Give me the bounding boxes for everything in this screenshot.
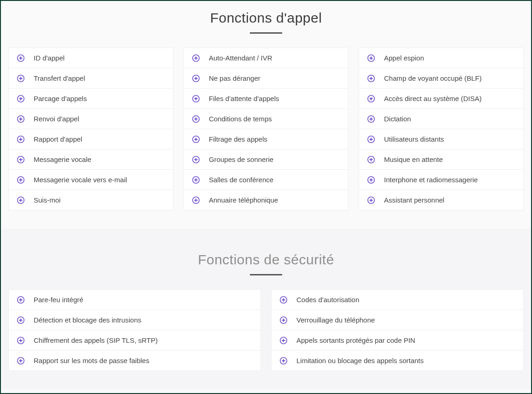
feature-label: Messagerie vocale vers e-mail	[34, 176, 127, 184]
feature-item[interactable]: Salles de conférence	[183, 170, 349, 190]
svg-rect-71	[369, 200, 373, 201]
feature-label: Champ de voyant occupé (BLF)	[384, 74, 482, 82]
plus-circle-icon	[280, 357, 287, 364]
plus-circle-icon	[192, 95, 200, 102]
feature-label: Accès direct au système (DISA)	[384, 95, 482, 102]
svg-rect-89	[282, 320, 285, 321]
feature-item[interactable]: Rapport d'appel	[8, 129, 173, 149]
feature-column: Codes d'autorisationVerrouillage du télé…	[271, 289, 524, 371]
feature-label: Dictation	[384, 115, 411, 123]
feature-item[interactable]: Assistant personnel	[359, 190, 524, 210]
feature-item[interactable]: Accès direct au système (DISA)	[359, 89, 524, 109]
feature-label: Rapport d'appel	[34, 135, 82, 143]
feature-label: Messagerie vocale	[34, 155, 91, 163]
feature-label: Rapport sur les mots de passe faibles	[34, 357, 149, 364]
plus-circle-icon	[17, 357, 24, 364]
feature-label: Appels sortants protégés par code PIN	[296, 336, 415, 344]
feature-item[interactable]: Annuaire téléphonique	[183, 190, 349, 210]
plus-circle-icon	[192, 115, 200, 123]
svg-rect-62	[369, 139, 373, 140]
security-features-title: Fonctions de sécurité	[6, 252, 526, 268]
svg-rect-92	[282, 340, 285, 341]
svg-rect-11	[19, 119, 23, 119]
feature-item[interactable]: Parcage d'appels	[8, 89, 173, 109]
security-features-section: Fonctions de sécurité Pare-feu intégréDé…	[1, 229, 531, 389]
plus-circle-icon	[17, 95, 24, 102]
feature-item[interactable]: Auto-Attendant / IVR	[183, 48, 349, 68]
feature-label: Verrouillage du téléphone	[296, 316, 375, 324]
feature-label: Appel espion	[384, 54, 424, 62]
svg-rect-2	[19, 58, 23, 59]
feature-item[interactable]: Suis-moi	[8, 190, 173, 210]
feature-label: Pare-feu intégré	[34, 296, 83, 304]
feature-label: ID d'appel	[34, 54, 65, 62]
feature-label: Groupes de sonnerie	[209, 155, 273, 163]
feature-column: ID d'appelTransfert d'appelParcage d'app…	[8, 48, 173, 210]
feature-item[interactable]: Appel espion	[359, 48, 524, 68]
feature-label: Parcage d'appels	[34, 95, 87, 102]
plus-circle-icon	[17, 176, 24, 184]
feature-item[interactable]: Messagerie vocale	[8, 149, 173, 170]
plus-circle-icon	[192, 176, 200, 184]
feature-item[interactable]: Rapport sur les mots de passe faibles	[8, 351, 261, 371]
feature-item[interactable]: Dictation	[359, 109, 524, 129]
feature-item[interactable]: Musique en attente	[359, 149, 524, 170]
feature-item[interactable]: Groupes de sonnerie	[183, 149, 349, 170]
feature-label: Filtrage des appels	[209, 135, 267, 143]
plus-circle-icon	[17, 136, 24, 143]
feature-item[interactable]: Codes d'autorisation	[271, 289, 524, 310]
feature-column: Auto-Attendant / IVRNe pas dérangerFiles…	[183, 48, 349, 210]
feature-label: Renvoi d'appel	[34, 115, 79, 123]
feature-item[interactable]: Messagerie vocale vers e-mail	[8, 170, 173, 190]
svg-rect-56	[369, 98, 373, 99]
feature-item[interactable]: Pare-feu intégré	[8, 289, 261, 310]
feature-label: Limitation ou blocage des appels sortant…	[296, 357, 424, 364]
feature-label: Annuaire téléphonique	[209, 196, 278, 204]
plus-circle-icon	[367, 75, 375, 82]
call-features-section: Fonctions d'appel ID d'appelTransfert d'…	[1, 1, 531, 229]
feature-item[interactable]: Conditions de temps	[183, 109, 349, 129]
feature-item[interactable]: Renvoi d'appel	[8, 109, 173, 129]
divider	[250, 274, 282, 275]
plus-circle-icon	[280, 316, 287, 324]
svg-rect-38	[194, 139, 198, 140]
feature-item[interactable]: Filtrage des appels	[183, 129, 349, 149]
feature-item[interactable]: Appels sortants protégés par code PIN	[271, 330, 524, 351]
plus-circle-icon	[17, 156, 24, 163]
feature-label: Ne pas déranger	[209, 74, 260, 82]
svg-rect-65	[369, 159, 373, 160]
plus-circle-icon	[367, 156, 375, 163]
plus-circle-icon	[192, 54, 200, 62]
svg-rect-23	[19, 200, 23, 201]
svg-rect-17	[19, 159, 23, 160]
svg-rect-68	[369, 179, 373, 180]
feature-item[interactable]: Chiffrement des appels (SIP TLS, sRTP)	[8, 330, 261, 351]
plus-circle-icon	[367, 176, 375, 184]
divider	[250, 32, 282, 34]
svg-rect-83	[19, 360, 23, 361]
feature-label: Détection et blocage des intrusions	[34, 316, 141, 324]
plus-circle-icon	[280, 296, 287, 304]
feature-item[interactable]: Limitation ou blocage des appels sortant…	[271, 351, 524, 371]
plus-circle-icon	[17, 197, 24, 204]
feature-item[interactable]: ID d'appel	[8, 48, 173, 68]
feature-label: Chiffrement des appels (SIP TLS, sRTP)	[34, 336, 158, 344]
feature-label: Codes d'autorisation	[296, 296, 359, 304]
feature-item[interactable]: Ne pas déranger	[183, 68, 349, 89]
feature-label: Transfert d'appel	[34, 74, 85, 82]
plus-circle-icon	[280, 337, 287, 344]
feature-column: Pare-feu intégréDétection et blocage des…	[8, 289, 261, 371]
feature-item[interactable]: Champ de voyant occupé (BLF)	[359, 68, 524, 89]
plus-circle-icon	[367, 115, 375, 123]
plus-circle-icon	[192, 136, 200, 143]
feature-label: Files d'attente d'appels	[209, 95, 279, 102]
feature-item[interactable]: Transfert d'appel	[8, 68, 173, 89]
feature-item[interactable]: Files d'attente d'appels	[183, 89, 349, 109]
feature-item[interactable]: Utilisateurs distants	[359, 129, 524, 149]
feature-item[interactable]: Interphone et radiomessagerie	[359, 170, 524, 190]
feature-label: Salles de conférence	[209, 176, 273, 184]
feature-item[interactable]: Détection et blocage des intrusions	[8, 310, 261, 330]
svg-rect-32	[194, 98, 198, 99]
svg-rect-41	[194, 159, 198, 160]
feature-item[interactable]: Verrouillage du téléphone	[271, 310, 524, 330]
